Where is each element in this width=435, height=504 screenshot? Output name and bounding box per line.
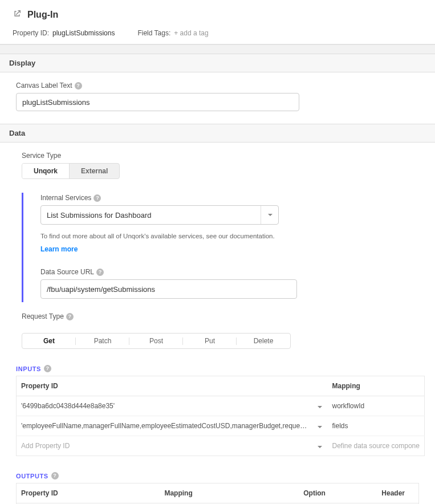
request-type-label: Request Type xyxy=(22,312,64,320)
inputs-table: Property ID Mapping 6499ba6dc0438d444e8a… xyxy=(16,376,425,456)
input-mapping-cell[interactable]: workflowId xyxy=(328,396,425,416)
inputs-label: INPUTS xyxy=(16,365,41,372)
request-type-patch[interactable]: Patch xyxy=(76,334,129,348)
inputs-col-mapping: Mapping xyxy=(328,376,425,396)
input-mapping-cell[interactable]: fields xyxy=(328,416,425,436)
data-source-url-input[interactable] xyxy=(40,279,297,299)
help-icon[interactable] xyxy=(93,194,101,202)
table-row[interactable]: Add Property ID Define data source compo… xyxy=(17,436,425,456)
outputs-label: OUTPUTS xyxy=(16,473,48,479)
chevron-down-icon[interactable] xyxy=(318,406,322,408)
component-header: Plug-In Property ID: plugListSubmissions… xyxy=(0,0,435,44)
help-icon[interactable] xyxy=(75,82,82,90)
internal-services-label: Internal Services xyxy=(40,194,91,202)
service-type-label: Service Type xyxy=(22,152,61,160)
table-row[interactable]: 6499ba6dc0438d444e8a8e35 workflowId xyxy=(17,396,425,416)
service-type-unqork[interactable]: Unqork xyxy=(22,164,70,178)
help-icon[interactable] xyxy=(51,472,59,479)
chevron-down-icon[interactable] xyxy=(318,446,322,448)
outputs-col-mapping: Mapping xyxy=(160,483,283,503)
data-source-url-label: Data Source URL xyxy=(40,268,94,276)
add-tag-button[interactable]: add a tag xyxy=(174,29,208,37)
request-type-delete[interactable]: Delete xyxy=(237,334,290,348)
input-property-id-placeholder[interactable]: Add Property ID xyxy=(17,436,313,456)
input-property-id-cell[interactable]: 6499ba6dc0438d444e8a8e35 xyxy=(17,396,313,416)
table-row[interactable]: employeeFullName,managerFullName,employe… xyxy=(17,416,425,436)
request-type-post[interactable]: Post xyxy=(129,334,183,348)
canvas-label-text-input[interactable] xyxy=(16,93,299,111)
outputs-table: Property ID Mapping Option Header gridLi… xyxy=(16,483,419,504)
request-type-put[interactable]: Put xyxy=(183,334,237,348)
request-type-get[interactable]: Get xyxy=(22,334,76,348)
outputs-col-header: Header xyxy=(375,483,418,503)
canvas-label-text-label: Canvas Label Text xyxy=(16,82,72,90)
chevron-down-icon[interactable] xyxy=(318,426,322,428)
help-icon[interactable] xyxy=(96,269,104,276)
internal-services-value: List Submissions for Dashboard xyxy=(47,211,152,220)
property-id-label: Property ID: xyxy=(13,29,49,37)
field-tags-label: Field Tags: xyxy=(137,29,170,37)
property-id-value: plugListSubmissions xyxy=(52,29,115,37)
outputs-col-option: Option xyxy=(299,483,358,503)
internal-services-select[interactable]: List Submissions for Dashboard xyxy=(40,205,279,225)
service-type-segmented: Unqork External xyxy=(22,163,120,179)
documentation-text: To find out more about all of Unqork's a… xyxy=(40,233,419,239)
inputs-col-property-id: Property ID xyxy=(17,376,313,396)
outputs-col-property-id: Property ID xyxy=(17,483,144,503)
chevron-down-icon xyxy=(268,214,273,216)
data-section-header: Data xyxy=(0,124,435,143)
popout-icon[interactable] xyxy=(13,9,22,20)
learn-more-link[interactable]: Learn more xyxy=(40,245,78,253)
display-section-header: Display xyxy=(0,54,435,72)
component-title: Plug-In xyxy=(27,10,58,20)
input-mapping-placeholder[interactable]: Define data source compone xyxy=(328,436,425,456)
help-icon[interactable] xyxy=(66,313,74,320)
service-type-external[interactable]: External xyxy=(70,164,119,178)
input-property-id-cell[interactable]: employeeFullName,managerFullName,employe… xyxy=(17,416,313,436)
help-icon[interactable] xyxy=(44,365,51,372)
request-type-segmented: Get Patch Post Put Delete xyxy=(22,333,291,349)
